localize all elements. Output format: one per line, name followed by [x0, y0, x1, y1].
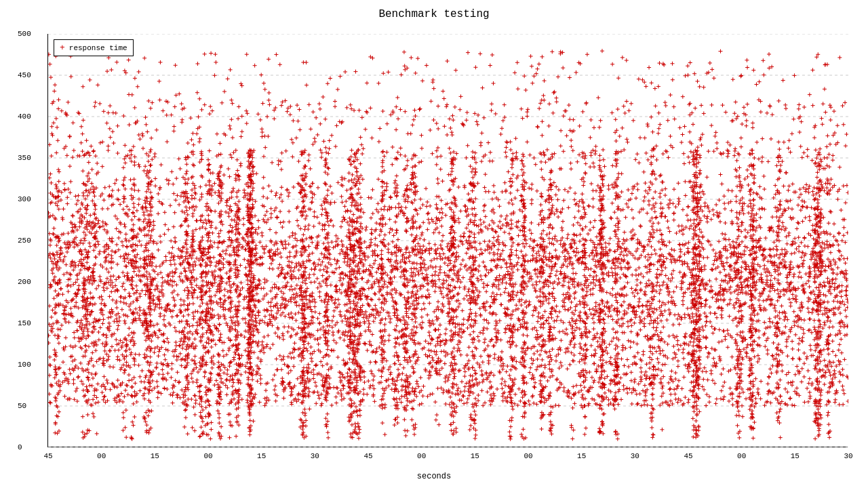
chart-title: Benchmark testing: [0, 0, 868, 20]
chart-plot-area: + response time 050100150200250300350400…: [47, 34, 848, 447]
chart-container: Benchmark testing response time (ms) sec…: [0, 0, 868, 488]
x-axis-title: seconds: [417, 472, 451, 481]
legend-label: response time: [69, 44, 127, 52]
scatter-plot: [48, 34, 848, 447]
legend: + response time: [54, 39, 134, 56]
legend-symbol: +: [60, 43, 65, 53]
